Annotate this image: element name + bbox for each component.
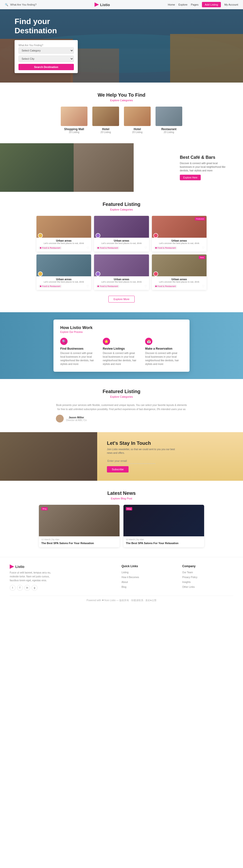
listing-avatar-2 [153,233,158,238]
category-card-2[interactable]: Hotel 20 Listing [124,106,151,133]
footer-company-team: Our Team [182,570,233,574]
category-count-2: 20 Listing [124,131,151,133]
nav-explore[interactable]: Explore [178,3,187,6]
featured2-content: Book presents your services with flexibl… [56,403,187,423]
listing-badge-5: New [199,256,205,259]
news-subtitle: Explore Blog Post [5,497,238,500]
news-image-0 [39,505,120,536]
listing-area-1: Urban areas [96,239,147,242]
listing-footer-5: Food & Restaurant ♡ [154,284,205,288]
how-icon-2: 📅 [145,338,152,345]
social-twitter[interactable]: t [10,585,16,591]
heart-icon-0[interactable]: ♡ [87,246,89,250]
search-button[interactable]: Search Destination [19,64,74,70]
listing-desc-0: Let's uncover the best places to eat, dr… [38,242,89,245]
listing-info-2: Urban areas Let's uncover the best place… [152,238,207,251]
category-card-0[interactable]: Shopping Mall 20 Listing [61,106,88,133]
author-role: Director at ABC Co [66,419,87,422]
email-input[interactable] [107,458,155,464]
listing-card-5[interactable]: New Urban areas Let's uncover the best p… [152,254,207,290]
listing-avatar-5 [153,272,158,276]
footer-company: Company Our Team Privacy Policy Insights… [182,564,233,591]
category-card-3[interactable]: Restaurant 20 Listing [155,106,182,133]
listing-area-4: Urban areas [96,278,147,281]
tag-dot-2 [155,247,157,249]
footer-top: Listio Fusce ut velit laoreet, tempus ar… [10,564,233,591]
news-article-title-1: The Best SPA Salons For Your Relaxation [126,541,202,545]
listing-info-4: Urban areas Let's uncover the best place… [94,276,149,290]
how-icon-0: 🔍 [60,338,67,345]
category-count-3: 20 Listing [155,131,182,133]
listing-tag-3: Food & Restaurant [38,284,62,288]
category-count-1: 20 Listing [92,131,119,133]
listing-card-1[interactable]: Urban areas Let's uncover the best place… [94,216,149,251]
heart-icon-5[interactable]: ♡ [202,284,205,288]
listing-card-3[interactable]: Urban areas Let's uncover the best place… [36,254,91,290]
featured-subtitle: Explore Categories [5,208,238,211]
listing-avatar-0 [38,233,43,238]
news-card-0[interactable]: Blog 12 March | by Alan The Best SPA Sal… [39,505,120,547]
news-card-1[interactable]: Blog 12 March | by Alan The Best SPA Sal… [123,505,204,547]
listing-info-3: Urban areas Let's uncover the best place… [36,276,91,290]
listing-footer-4: Food & Restaurant ♡ [96,284,147,288]
tag-dot-3 [40,285,41,287]
listing-card-0[interactable]: Urban areas Let's uncover the best place… [36,216,91,251]
footer-quick-links: Quick Links Listing How it Becomes About… [121,564,173,591]
heart-icon-4[interactable]: ♡ [144,284,147,288]
featured2-description: Book presents your services with flexibl… [56,403,187,411]
cafe-banner: Best Café & Bars Discover & connect with… [0,143,243,192]
cafe-explore-button[interactable]: Explore Here [180,175,201,180]
category-name-3: Restaurant [155,127,182,131]
search-icon: 🔍 [5,3,8,6]
footer-company-title: Company [182,564,233,568]
how-step-desc-2: Discover & connect with great local busi… [145,351,183,366]
my-account-link[interactable]: My Account [224,3,238,6]
author-details: Jason Miller Director at ABC Co [66,416,87,422]
category-select[interactable]: Select Category [19,48,74,54]
listing-desc-4: Let's uncover the best places to eat, dr… [96,281,147,284]
navbar: 🔍 What Are You finding? Listio Home Expl… [0,0,243,9]
nav-pages[interactable]: Pages [191,3,198,6]
author-avatar [56,415,64,423]
categories-section: We Help You To Find Explore Categories S… [0,83,243,143]
featured2-author: Jason Miller Director at ABC Co [56,415,187,423]
listing-card-4[interactable]: Urban areas Let's uncover the best place… [94,254,149,290]
add-listing-button[interactable]: Add Listing [202,2,221,7]
cafe-description: Discover & connect with great local busi… [180,161,229,173]
footer-description: Fusce ut velit laoreet, tempus arcu eu, … [10,571,58,583]
footer-company-privacy: Privacy Policy [182,575,233,579]
touch-content: Let's Stay In Touch Join Listio newslett… [107,436,180,477]
subscribe-button[interactable]: Subscribe [107,466,128,472]
nav-home[interactable]: Home [168,3,175,6]
touch-description: Join Listio newsletter, so that we could… [107,447,180,455]
how-step-title-1: Review Listings [103,347,141,350]
how-step-desc-0: Discover & connect with great local busi… [60,351,98,366]
listing-image-5 [152,254,207,276]
city-select[interactable]: Select City [19,56,74,62]
listing-image-0 [36,216,91,238]
heart-icon-1[interactable]: ♡ [144,246,147,250]
heart-icon-3[interactable]: ♡ [87,284,89,288]
category-image-1 [92,106,119,126]
listing-info-5: Urban areas Let's uncover the best place… [152,276,207,290]
social-facebook[interactable]: f [17,585,23,591]
listing-desc-5: Let's uncover the best places to eat, dr… [154,281,205,284]
category-count-0: 20 Listing [61,131,88,133]
social-google[interactable]: g [32,585,37,591]
category-card-1[interactable]: Hotel 20 Listing [92,106,119,133]
explore-more-button[interactable]: Explore More [109,296,134,303]
heart-icon-2[interactable]: ♡ [202,246,205,250]
listings-grid: Urban areas Let's uncover the best place… [36,216,207,290]
hero-title: Find your Destination [14,17,57,35]
categories-title: We Help You To Find [5,92,238,98]
listing-card-2[interactable]: Featured Urban areas Let's uncover the b… [152,216,207,251]
author-name: Jason Miller [66,416,87,419]
category-image-2 [124,106,151,126]
listing-image-4 [94,254,149,276]
footer-link-listing: Listing [121,570,173,574]
news-meta-1: 12 March | by Alan The Best SPA Salons F… [123,536,204,547]
how-step-1: ⭐ Review Listings Discover & connect wit… [103,338,141,366]
navbar-logo[interactable]: Listio [94,2,110,7]
social-linkedin[interactable]: in [24,585,30,591]
footer-link-how: How it Becomes [121,575,173,579]
